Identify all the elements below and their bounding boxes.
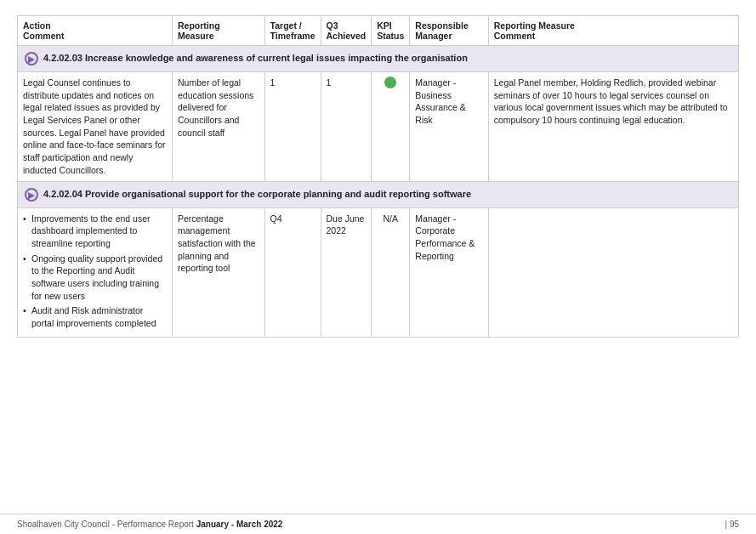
col-manager: ResponsibleManager bbox=[410, 16, 488, 46]
section-icon: ▶ bbox=[25, 188, 38, 202]
footer-separator: - bbox=[110, 520, 117, 529]
section-title: 4.2.02.03 Increase knowledge and awarene… bbox=[43, 53, 468, 63]
cell-reporting-measure: Number of legal education sessions deliv… bbox=[173, 72, 265, 182]
cell-manager: Manager - Business Assurance & Risk bbox=[410, 72, 488, 182]
col-action: ActionComment bbox=[18, 16, 173, 46]
cell-target: Q4 bbox=[264, 207, 321, 337]
section-title: 4.2.02.04 Provide organisational support… bbox=[43, 188, 471, 198]
status-circle-green bbox=[384, 77, 396, 88]
empty-area bbox=[0, 429, 756, 514]
col-kpi: KPIStatus bbox=[372, 16, 410, 46]
report-table: ActionComment ReportingMeasure Target /T… bbox=[17, 15, 739, 338]
col-reporting-measure: ReportingMeasure bbox=[173, 16, 265, 46]
cell-q3: Due June 2022 bbox=[321, 207, 372, 337]
footer-report-label: Performance Report bbox=[117, 520, 196, 529]
table-header-row: ActionComment ReportingMeasure Target /T… bbox=[18, 16, 739, 46]
cell-kpi-status: N/A bbox=[372, 207, 410, 337]
cell-target: 1 bbox=[264, 72, 321, 182]
footer-org: Shoalhaven City Council bbox=[17, 520, 110, 529]
footer-right: | 95 bbox=[725, 520, 740, 529]
cell-reporting-measure: Percentage management satisfaction with … bbox=[173, 207, 265, 337]
col-comment: Reporting MeasureComment bbox=[488, 16, 738, 46]
list-item: Ongoing quality support provided to the … bbox=[23, 253, 167, 303]
list-item: Improvements to the end user dashboard i… bbox=[23, 213, 167, 250]
cell-action: Legal Counsel continues to distribute up… bbox=[18, 72, 173, 182]
section-header-row: ▶4.2.02.03 Increase knowledge and awaren… bbox=[18, 46, 739, 72]
cell-comment: Legal Panel member, Holding Redlich, pro… bbox=[488, 72, 738, 182]
table-row: Improvements to the end user dashboard i… bbox=[18, 207, 739, 337]
footer-left: Shoalhaven City Council - Performance Re… bbox=[17, 520, 282, 529]
cell-manager: Manager - Corporate Performance & Report… bbox=[410, 207, 488, 337]
table-row: Legal Counsel continues to distribute up… bbox=[18, 72, 739, 182]
main-content: ActionComment ReportingMeasure Target /T… bbox=[0, 0, 756, 429]
cell-comment bbox=[488, 207, 738, 337]
page: ActionComment ReportingMeasure Target /T… bbox=[0, 0, 756, 534]
col-q3: Q3Achieved bbox=[321, 16, 372, 46]
section-header-row: ▶4.2.02.04 Provide organisational suppor… bbox=[18, 181, 739, 207]
col-target: Target /Timeframe bbox=[264, 16, 321, 46]
footer: Shoalhaven City Council - Performance Re… bbox=[0, 514, 756, 534]
cell-q3: 1 bbox=[321, 72, 372, 182]
section-icon: ▶ bbox=[25, 52, 38, 65]
cell-kpi-status bbox=[372, 72, 410, 182]
cell-action: Improvements to the end user dashboard i… bbox=[18, 207, 173, 337]
footer-date: January - March 2022 bbox=[196, 520, 283, 529]
list-item: Audit and Risk administrator portal impr… bbox=[23, 304, 167, 329]
